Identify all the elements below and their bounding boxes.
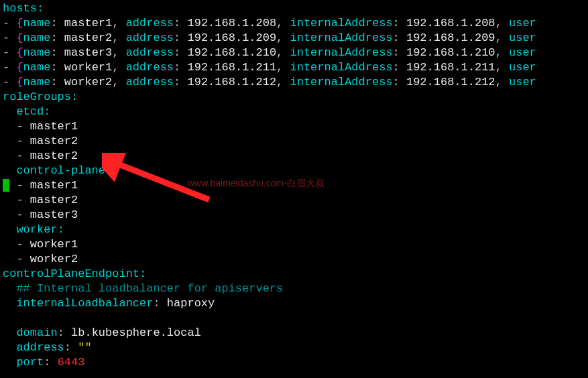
etcd-item: master2 bbox=[30, 149, 78, 162]
worker-item: worker2 bbox=[30, 253, 78, 265]
etcd-item: master1 bbox=[30, 120, 78, 133]
key-etcd: etcd bbox=[16, 105, 44, 118]
control-plane-item: master1 bbox=[30, 179, 78, 192]
key-hosts: hosts bbox=[3, 2, 37, 15]
control-plane-item: master2 bbox=[30, 194, 78, 206]
key-address: address bbox=[16, 341, 64, 354]
control-plane-item: master3 bbox=[30, 208, 78, 221]
key-domain: domain bbox=[16, 326, 57, 339]
key-control-plane: control-plane bbox=[16, 164, 105, 177]
key-rolegroups: roleGroups bbox=[3, 90, 71, 103]
value-port: 6443 bbox=[58, 356, 85, 369]
key-control-plane-endpoint: controlPlaneEndpoint bbox=[3, 267, 139, 280]
value-address: "" bbox=[78, 341, 91, 354]
value-domain: lb.kubesphere.local bbox=[71, 326, 201, 339]
etcd-item: master2 bbox=[30, 135, 78, 147]
comment-line: ## Internal loadbalancer for apiservers bbox=[16, 282, 283, 295]
worker-item: worker1 bbox=[30, 238, 78, 251]
key-worker: worker bbox=[16, 223, 57, 236]
key-port: port bbox=[16, 356, 44, 369]
yaml-config: hosts: - {name: master1, address: 192.16… bbox=[0, 0, 588, 370]
value-internal-lb: haproxy bbox=[167, 297, 215, 310]
key-internal-lb: internalLoadbalancer bbox=[16, 297, 153, 310]
